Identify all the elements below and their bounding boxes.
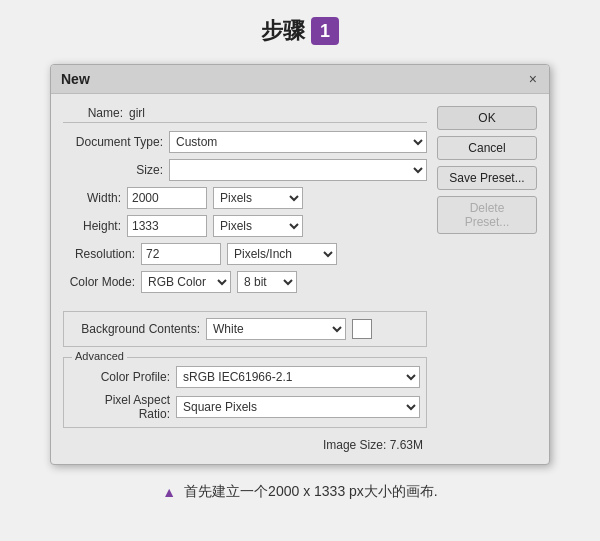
dialog: New × Name: Document Type: Custom Size: [50, 64, 550, 465]
size-label: Size: [63, 163, 163, 177]
image-size-label: Image Size: [323, 438, 386, 452]
name-row: Name: [63, 106, 427, 123]
resolution-label: Resolution: [63, 247, 135, 261]
dialog-body: Name: Document Type: Custom Size: Width: [51, 94, 549, 464]
bg-contents-group: Background Contents: White [63, 311, 427, 347]
bg-contents-label: Background Contents: [70, 322, 200, 336]
resolution-row: Resolution: Pixels/Inch [63, 243, 427, 265]
doctype-select[interactable]: Custom [169, 131, 427, 153]
width-label: Width: [63, 191, 121, 205]
bg-contents-select[interactable]: White [206, 318, 346, 340]
color-profile-label: Color Profile: [70, 370, 170, 384]
width-unit-select[interactable]: Pixels [213, 187, 303, 209]
delete-preset-button[interactable]: Delete Preset... [437, 196, 537, 234]
form-area: Name: Document Type: Custom Size: Width: [63, 106, 427, 452]
doctype-label: Document Type: [63, 135, 163, 149]
height-input[interactable] [127, 215, 207, 237]
color-profile-row: Color Profile: sRGB IEC61966-2.1 [70, 366, 420, 388]
resolution-unit-select[interactable]: Pixels/Inch [227, 243, 337, 265]
image-size-bottom: Image Size: 7.63M [63, 438, 427, 452]
caption: ▲ 首先建立一个2000 x 1333 px大小的画布. [162, 483, 438, 501]
color-mode-row: Color Mode: RGB Color 8 bit [63, 271, 427, 293]
name-label: Name: [63, 106, 123, 120]
size-row: Size: [63, 159, 427, 181]
height-row: Height: Pixels [63, 215, 427, 237]
step-badge: 1 [311, 17, 339, 45]
pixel-aspect-select[interactable]: Square Pixels [176, 396, 420, 418]
pixel-aspect-row: Pixel Aspect Ratio: Square Pixels [70, 393, 420, 421]
width-row: Width: Pixels [63, 187, 427, 209]
pixel-aspect-label: Pixel Aspect Ratio: [70, 393, 170, 421]
buttons-area: OK Cancel Save Preset... Delete Preset..… [437, 106, 537, 452]
name-input[interactable] [129, 106, 427, 120]
advanced-label: Advanced [72, 350, 127, 362]
bit-depth-select[interactable]: 8 bit [237, 271, 297, 293]
size-select[interactable] [169, 159, 427, 181]
close-button[interactable]: × [527, 72, 539, 86]
step-text: 步骤 [261, 16, 305, 46]
doctype-row: Document Type: Custom [63, 131, 427, 153]
width-input[interactable] [127, 187, 207, 209]
step-title: 步骤 1 [261, 16, 339, 46]
bg-contents-row: Background Contents: White [70, 318, 420, 340]
resolution-input[interactable] [141, 243, 221, 265]
dialog-titlebar: New × [51, 65, 549, 94]
image-size-value: 7.63M [390, 438, 423, 452]
save-preset-button[interactable]: Save Preset... [437, 166, 537, 190]
height-unit-select[interactable]: Pixels [213, 215, 303, 237]
cancel-button[interactable]: Cancel [437, 136, 537, 160]
advanced-group: Advanced Color Profile: sRGB IEC61966-2.… [63, 357, 427, 428]
dialog-title: New [61, 71, 90, 87]
ok-button[interactable]: OK [437, 106, 537, 130]
height-label: Height: [63, 219, 121, 233]
color-mode-label: Color Mode: [63, 275, 135, 289]
caption-icon: ▲ [162, 484, 176, 500]
bg-swatch [352, 319, 372, 339]
color-mode-select[interactable]: RGB Color [141, 271, 231, 293]
color-profile-select[interactable]: sRGB IEC61966-2.1 [176, 366, 420, 388]
caption-text: 首先建立一个2000 x 1333 px大小的画布. [184, 483, 438, 501]
